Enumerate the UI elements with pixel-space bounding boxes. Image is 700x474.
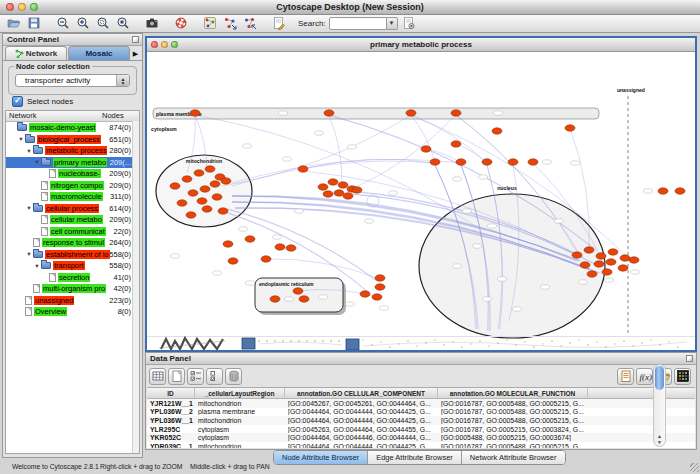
tree-row[interactable]: response to stimul264(0) [6, 237, 139, 249]
tree-row[interactable]: Overview8(0) [6, 306, 139, 318]
network-node[interactable] [572, 252, 582, 258]
network-node[interactable] [197, 198, 207, 204]
tree-row[interactable]: nucleobase-209(0) [6, 168, 139, 180]
zoom-fit-icon[interactable] [114, 15, 131, 31]
delete-attribute-icon[interactable] [225, 368, 242, 385]
view-minimize-button[interactable] [161, 41, 168, 48]
network-node[interactable] [608, 249, 618, 255]
zoom-out-icon[interactable] [54, 15, 71, 31]
network-node[interactable] [223, 241, 233, 247]
network-node[interactable] [451, 141, 461, 147]
tree-row[interactable]: macromolecule311(0) [6, 191, 139, 203]
tree-expander-icon[interactable]: ▼ [33, 263, 41, 269]
network-node[interactable] [324, 110, 334, 116]
network-node[interactable] [338, 182, 348, 188]
network-canvas[interactable]: plasma membranecytoplasmmitochondrionnuc… [147, 51, 695, 350]
annotation-icon[interactable] [270, 15, 287, 31]
attribute-table-row[interactable]: YPL036W__2plasma membrane[GO:0044464, GO… [147, 408, 695, 417]
network-node[interactable] [205, 166, 215, 172]
network-node[interactable] [421, 146, 431, 152]
network-tree-header[interactable]: Network Nodes [6, 111, 139, 122]
import-attributes-icon[interactable] [617, 368, 634, 385]
function-builder-icon[interactable]: f(x) [636, 368, 653, 385]
network-node[interactable] [658, 188, 668, 194]
network-node[interactable] [580, 262, 590, 268]
tab-node-attribute-browser[interactable]: Node Attribute Browser [274, 451, 368, 464]
network-node[interactable] [228, 258, 238, 264]
zoom-selected-icon[interactable] [94, 15, 111, 31]
network-node[interactable] [620, 255, 630, 261]
network-node[interactable] [221, 178, 231, 184]
network-node[interactable] [318, 184, 328, 190]
network-overview-icon[interactable] [201, 15, 218, 31]
network-node[interactable] [596, 253, 606, 259]
network-node[interactable] [372, 294, 382, 300]
tab-network-attribute-browser[interactable]: Network Attribute Browser [462, 451, 565, 464]
tree-row[interactable]: ▼establishment of lo558(0) [6, 249, 139, 261]
help-lifesaver-icon[interactable] [172, 15, 189, 31]
network-node[interactable] [352, 187, 362, 193]
network-node[interactable] [218, 208, 228, 214]
tree-row[interactable]: nitrogen compo209(0) [6, 180, 139, 192]
network-node[interactable] [299, 296, 309, 302]
tree-row[interactable]: ▼biological_process651(0) [6, 134, 139, 146]
minimize-button[interactable] [18, 3, 26, 11]
network-node[interactable] [245, 236, 255, 242]
snapshot-camera-icon[interactable] [143, 15, 160, 31]
network-node[interactable] [675, 188, 685, 194]
attribute-table-row[interactable]: YLR295Ccytoplasm[GO:0045263, GO:0044464,… [147, 425, 695, 434]
tree-row[interactable]: secretion41(0) [6, 272, 139, 284]
network-node[interactable] [200, 186, 210, 192]
tree-row[interactable]: unassigned223(0) [6, 295, 139, 307]
select-nodes-checkbox[interactable]: ✓ [12, 96, 23, 107]
network-node[interactable] [334, 190, 344, 196]
network-node[interactable] [456, 159, 466, 165]
tab-edge-attribute-browser[interactable]: Edge Attribute Browser [368, 451, 462, 464]
table-scrollbar-arrows[interactable]: ▲▼ [654, 433, 665, 445]
search-options-icon[interactable] [401, 15, 418, 31]
network-node[interactable] [270, 296, 280, 302]
tree-row[interactable]: ▼cellular process614(0) [6, 203, 139, 215]
window-titlebar[interactable]: Cytoscape Desktop (New Session) [0, 0, 700, 15]
network-node[interactable] [275, 244, 285, 250]
network-node[interactable] [202, 206, 212, 212]
table-grid-icon[interactable] [149, 368, 166, 385]
tree-expander-icon[interactable]: ▼ [25, 148, 33, 154]
tree-row[interactable]: mosaic-demo-yeast874(0) [6, 122, 139, 134]
open-file-icon[interactable] [5, 15, 22, 31]
import-network-icon[interactable] [221, 15, 238, 31]
tree-row[interactable]: ▼primary metabo209(... [6, 157, 139, 169]
attribute-table-header[interactable]: ID_cellularLayoutRegionannotation.GO CEL… [147, 388, 695, 399]
network-node[interactable] [323, 191, 333, 197]
float-data-panel-icon[interactable] [686, 355, 693, 362]
network-node[interactable] [210, 181, 220, 187]
network-node[interactable] [328, 179, 338, 185]
attribute-table-row[interactable]: YPL036W__1mitochondrion[GO:0044464, GO:0… [147, 416, 695, 425]
table-column-header[interactable]: annotation.GO MOLECULAR_FUNCTION [438, 388, 588, 398]
network-node[interactable] [360, 291, 370, 297]
network-node[interactable] [482, 159, 492, 165]
network-node[interactable] [528, 159, 538, 165]
tree-row[interactable]: ▼transport558(0) [6, 260, 139, 272]
tree-row[interactable]: multi-organism pro42(0) [6, 283, 139, 295]
tree-expander-icon[interactable]: ▼ [17, 136, 25, 142]
network-node[interactable] [375, 284, 385, 290]
view-zoom-button[interactable] [171, 41, 178, 48]
tree-row[interactable]: ▼metabolic process280(0) [6, 145, 139, 157]
network-node[interactable] [182, 176, 192, 182]
tab-network[interactable]: Network [5, 46, 67, 60]
network-node[interactable] [212, 194, 222, 200]
select-attributes-icon[interactable] [187, 368, 204, 385]
network-node[interactable] [584, 247, 594, 253]
network-node[interactable] [492, 128, 502, 134]
network-node[interactable] [565, 125, 575, 131]
unselect-attributes-icon[interactable] [206, 368, 223, 385]
tree-row[interactable]: cellular metabo209(0) [6, 214, 139, 226]
network-node[interactable] [188, 190, 198, 196]
search-dropdown-button[interactable]: ▼ [387, 17, 398, 30]
network-node[interactable] [170, 183, 180, 189]
network-view-titlebar[interactable]: primary metabolic process [147, 38, 695, 52]
attribute-matrix-icon[interactable] [674, 368, 691, 385]
view-close-button[interactable] [151, 41, 158, 48]
tree-expander-icon[interactable]: ▼ [33, 159, 41, 165]
